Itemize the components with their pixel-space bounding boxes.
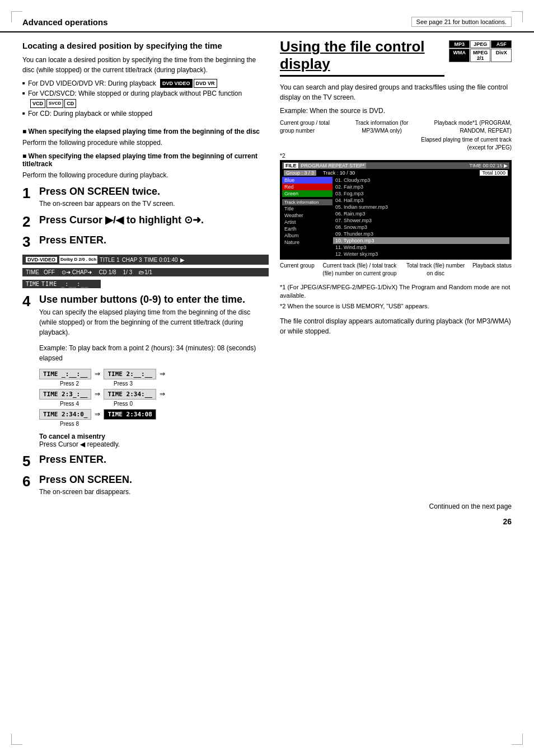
bold-heading2: ■ When specifying the elapsed playing ti… [22,152,269,168]
mp3-badge: MP3 [449,40,470,48]
press-labels-2: Press 4 Press 0 [39,401,165,407]
closing-text: The file control display appears automat… [280,316,512,336]
cd-text: CD 1/8 [99,269,116,275]
step-6-num: 6 [22,474,35,497]
onscreen-bar-2: TIME OFF ⊙➜ CHAP➜ CD 1/8 1/ 3 🗁1/1 [22,268,269,276]
divx-badge: DivX [491,49,512,62]
arrow-1: ⇒ [95,370,100,378]
step-2-content: Press Cursor ▶/◀ to highlight ⊙➜. [39,214,269,229]
footnote-2: *2 When the source is USB MEMORY, "USB" … [280,302,512,311]
ann-top-row: Current group / total group number Track… [280,119,512,135]
press-4: Press 4 [41,401,97,407]
onscreen-bar-1: DVD-VIDEO Dolby D 2/0 . 0ch TITLE 1 CHAP… [22,255,269,265]
time-row-3a: TIME 2:34:0_ ⇒ TIME 2:34:08 [39,409,156,420]
track-07: 07. Shower.mp3 [333,217,509,224]
time-example-group2: TIME 2:3_:__ ⇒ TIME 2:34:__ ⇒ Press 4 Pr… [39,389,165,407]
time-entry-label: TIME [26,281,39,287]
arrow-1b: ⇒ [160,370,165,378]
press-labels-1: Press 2 Press 3 [39,381,165,387]
dvd-badge: DVD VIDEO [160,79,193,88]
wma-badge: WMA [449,49,470,62]
bullets-area: For DVD VIDEO/DVD VR: During playback DV… [22,78,269,123]
dvd-badges: DVD VIDEO DVD VR [160,79,217,88]
step-4-title: Use number buttons (0-9) to enter the ti… [39,294,269,306]
step-4-num: 4 [22,294,35,337]
asf-badge: ASF [491,40,512,48]
cursor-text: ⊙➜ CHAP➜ [62,269,92,275]
track-05: 05. Indian summer.mp3 [333,204,509,210]
time-text: TIME 0:01:40 [144,257,178,263]
ann-top-left: Current group / total group number [280,119,341,135]
header-title: Advanced operations [22,17,108,27]
step-6-desc: The on-screen bar disappears. [39,487,269,497]
step-1: 1 Press ON SCREEN twice. The on-screen b… [22,186,269,209]
page-header: Advanced operations See page 21 for butt… [0,0,534,32]
step-6-content: Press ON SCREEN. The on-screen bar disap… [39,474,269,497]
play-icon: ▶ [180,257,185,263]
track-10-selected: 10. Typhoon.mp3 [333,237,509,244]
dvdvr-badge: DVD VR [194,79,217,88]
ann-top-right: Playback mode*1 (PROGRAM, RANDOM, REPEAT… [422,119,512,135]
vcd-badge: VCD [30,99,45,108]
step-1-num: 1 [22,186,35,209]
screen-right-panel: 01. Cloudy.mp3 02. Fair.mp3 03. Fog.mp3 … [333,177,509,257]
step-4: 4 Use number buttons (0-9) to enter the … [22,294,269,337]
time-row-3: TIME 2:34:0_ ⇒ TIME 2:34:08 Press 8 [39,409,269,427]
dolby-label: Dolby D 2/0 . 0ch [59,256,97,264]
title-text: TITLE 1 [100,257,120,263]
step-5: 5 Press ENTER. [22,454,269,468]
ann-top-right2-row: Elapsed playing time of current track (e… [280,136,512,152]
program-badge: PROGRAM REPEAT STEP* [299,163,367,168]
screen-mockup: FILE PROGRAM REPEAT STEP* TIME 00:02:15 … [280,160,512,260]
mpeg21-badge: MPEG2/1 [470,49,491,62]
track-09: 09. Thunder.mp3 [333,231,509,237]
step-3: 3 Press ENTER. [22,234,269,249]
corner-mark-bl [11,734,22,745]
track-info-earth: Earth [282,226,332,232]
corner-mark-tl [11,11,22,22]
footnote-1: *1 (For JPEG/ASF/MPEG-2/MPEG-1/DivX) The… [280,283,512,300]
group-green: Green [282,190,332,197]
track-06: 06. Rain.mp3 [333,210,509,217]
step-4-content: Use number buttons (0-9) to enter the ti… [39,294,269,337]
ann-bottom-far: Playback status [472,262,512,278]
track-08: 08. Snow.mp3 [333,224,509,231]
header-note: See page 21 for button locations. [411,17,512,27]
format-badges: MP3 JPEG ASF WMA MPEG2/1 DivX [449,40,512,62]
footnotes: *1 (For JPEG/ASF/MPEG-2/MPEG-1/DivX) The… [280,283,512,311]
time-entry-value: TIME _:__:__ [41,281,88,287]
time-entry-container: TIME TIME _:__:__ [22,280,269,288]
cancel-title: To cancel a misentry [39,433,105,440]
ann-top-mid: Track information (for MP3/WMA only) [348,119,415,135]
step-5-num: 5 [22,454,35,468]
corner-mark-tr [512,11,523,22]
step-3-title: Press ENTER. [39,234,269,247]
track-info-nature: Nature [282,239,332,246]
star2-row: *2 [280,153,512,159]
right-column: Using the file control display MP3 JPEG … [280,32,512,503]
cd-badge-small: CD [64,99,76,108]
left-section-title: Locating a desired position by specifyin… [22,40,269,51]
step-1-desc: The on-screen bar appears on the TV scre… [39,199,269,209]
time-row-2a: TIME 2:3_:__ ⇒ TIME 2:34:__ ⇒ [39,389,165,400]
bullet-vcd: For VCD/SVCD: While stopped or during pl… [22,88,269,109]
screen-track-bar: Group : 3 / 3 Track : 10 / 30 Total 1000 [282,170,509,176]
folder-text: 🗁1/1 [139,269,152,275]
track-spacer: Track : 10 / 30 [323,170,355,176]
right-header-row: Using the file control display MP3 JPEG … [280,38,512,82]
step-6: 6 Press ON SCREEN. The on-screen bar dis… [22,474,269,497]
group-red: Red [282,184,332,190]
total-box: Total 1000 [480,170,508,176]
arrow-2b: ⇒ [160,390,165,398]
group-empty [282,197,332,198]
track-info-header: Track information [282,199,332,205]
press-labels-3: Press 8 [39,421,156,427]
step-3-content: Press ENTER. [39,234,269,249]
jpeg-badge: JPEG [470,40,491,48]
bullet-dvd: For DVD VIDEO/DVD VR: During playback DV… [22,78,269,88]
time-row-1a: TIME _:__:__ ⇒ TIME 2:__:__ ⇒ [39,369,165,379]
left-column: Locating a desired position by specifyin… [22,32,269,503]
arrow-3: ⇒ [95,410,100,418]
off-text: OFF [44,269,55,275]
ann-bottom-left: Current group [280,262,315,278]
